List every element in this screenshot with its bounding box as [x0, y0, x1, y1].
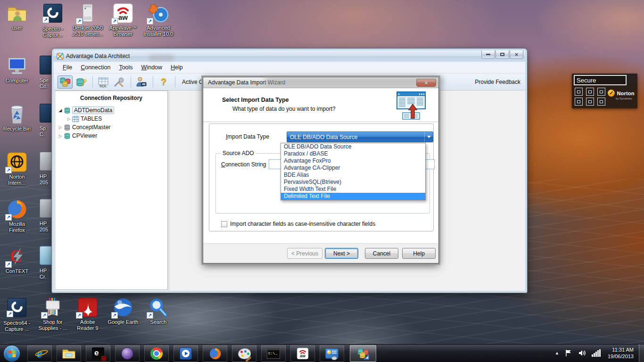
help-button[interactable]: Help: [402, 248, 436, 259]
action-center-flag-icon[interactable]: [565, 349, 572, 357]
show-desktop-button[interactable]: [639, 344, 644, 362]
taskbar-advantage-data-architect[interactable]: [350, 345, 376, 362]
minimize-button[interactable]: [481, 50, 495, 59]
desktop-icon-norton[interactable]: ↗ Norton Intern...: [0, 152, 34, 186]
desktop-icon-search[interactable]: ↗ Search: [141, 297, 175, 325]
cancel-button[interactable]: Cancel: [365, 248, 398, 259]
menu-connection[interactable]: Connection: [76, 62, 115, 73]
import-data-type-combobox[interactable]: OLE DB/ADO Data Source: [287, 132, 433, 142]
taskbar-chrome[interactable]: [144, 345, 169, 362]
context-icon: C ↗: [7, 246, 27, 267]
case-insensitive-checkbox[interactable]: [221, 221, 227, 227]
shortcut-arrow-icon: ↗: [111, 312, 118, 319]
panel-splitter[interactable]: [168, 90, 170, 291]
desktop-icon-appwave[interactable]: aw ↗ AppWave™ Browser: [106, 3, 140, 37]
taskbar-windows-explorer[interactable]: [57, 345, 81, 362]
svg-text:aw: aw: [300, 354, 305, 358]
eclipse-icon: [121, 347, 133, 360]
dropdown-option[interactable]: BDE Alias: [281, 172, 425, 179]
desktop-icon-context[interactable]: C ↗ ConTEXT: [0, 246, 34, 274]
previous-button[interactable]: < Previous: [287, 248, 322, 259]
start-button[interactable]: [3, 345, 20, 362]
appwave-icon: aw ↗: [113, 3, 133, 24]
desktop-icon-computer[interactable]: Computer: [0, 56, 34, 84]
desktop-icon-spectro[interactable]: ↗ Spectro - Captur...: [36, 3, 70, 38]
taskbar-eclipse[interactable]: [115, 345, 140, 362]
taskbar-internet-explorer[interactable]: e: [27, 345, 52, 362]
expanded-twisty-icon[interactable]: ◢: [58, 108, 63, 113]
tree-item-conceptmaster[interactable]: ▷ ConceptMaster: [55, 123, 167, 132]
dropdown-option[interactable]: Fixed Width Text File: [281, 186, 425, 193]
norton-tile[interactable]: [575, 98, 583, 106]
tree-item-adtdemodata[interactable]: ◢ ADTDemoData: [55, 106, 167, 115]
windows-flag-icon: [8, 350, 16, 357]
table-tools-button[interactable]: [112, 75, 127, 89]
dropdown-option[interactable]: OLE DB/ADO Data Source: [281, 143, 425, 150]
taskbar-media-player[interactable]: [173, 345, 198, 362]
desktop-icon-google-earth[interactable]: ↗ Google Earth: [106, 297, 140, 325]
main-window-titlebar[interactable]: Advantage Data Architect: [54, 50, 525, 62]
menu-help[interactable]: Help: [166, 62, 187, 73]
desktop-icon-spectro64[interactable]: ↗ Spectro64 - Capture ...: [0, 297, 34, 332]
norton-tile[interactable]: [597, 88, 605, 96]
collapsed-twisty-icon[interactable]: ▷: [58, 134, 63, 138]
dropdown-option[interactable]: Paradox / dBASE: [281, 150, 425, 157]
menu-tools[interactable]: Tools: [115, 62, 137, 73]
combobox-dropdown-button[interactable]: [424, 132, 433, 142]
desktop-icon-partial-2[interactable]: Sp C.: [40, 104, 52, 149]
collapsed-twisty-icon[interactable]: ▷: [58, 125, 63, 130]
dropdown-option[interactable]: PervasiveSQL(Btrieve): [281, 179, 425, 186]
help-button[interactable]: ?: [156, 75, 171, 89]
desktop-icon-partial-1[interactable]: Spe Co.: [40, 56, 52, 101]
provide-feedback-link[interactable]: Provide Feedback: [475, 79, 520, 85]
norton-secure-box[interactable]: Secure: [574, 75, 627, 85]
taskbar-appwave[interactable]: aw: [290, 345, 315, 362]
connect-database-button[interactable]: [58, 75, 73, 89]
display-settings-icon: [325, 348, 339, 359]
taskbar-command-prompt[interactable]: C:\_: [261, 345, 286, 362]
next-button[interactable]: Next >: [325, 248, 358, 259]
desktop-icon-firefox[interactable]: ↗ Mozilla Firefox: [0, 199, 34, 233]
norton-tile[interactable]: [586, 98, 594, 106]
desktop-icon-user[interactable]: user: [0, 3, 34, 31]
remote-admin-button[interactable]: [134, 75, 149, 89]
tray-clock[interactable]: 11:31 AM 19/06/2013: [608, 346, 634, 360]
taskbar-firefox[interactable]: [203, 345, 227, 362]
dropdown-option-selected[interactable]: Delimited Text File: [281, 193, 425, 200]
taskbar-paint[interactable]: [232, 345, 256, 362]
norton-logo: ✓ Norton by Symantec: [608, 89, 635, 100]
menu-bar: File Connection Tools Window Help: [54, 62, 525, 74]
dropdown-option[interactable]: Advantage FoxPro: [281, 157, 425, 165]
desktop-icon-shop-supplies[interactable]: ↗ Shop for Supplies - ...: [36, 297, 70, 331]
desktop-icon-partial-3[interactable]: HP 205: [40, 152, 52, 197]
clock-time: 11:31 AM: [608, 346, 634, 353]
taskbar-e-app[interactable]: e: [86, 345, 110, 362]
close-button[interactable]: ×: [510, 50, 523, 59]
volume-icon[interactable]: [578, 349, 586, 357]
norton-tile[interactable]: [597, 98, 605, 106]
tree-item-cpviewer[interactable]: ▷ CPViewer: [55, 132, 167, 140]
desktop-icon-recycle-bin[interactable]: Recycle Bin: [0, 104, 34, 132]
import-data-type-label: Import Data Type: [226, 133, 269, 140]
norton-tile[interactable]: [586, 88, 594, 96]
collapsed-twisty-icon[interactable]: ▷: [66, 117, 71, 121]
dropdown-option[interactable]: Advantage CA-Clipper: [281, 165, 425, 172]
desktop: user ↗ Spectro - Captur... ↗ Deskjet 205…: [0, 0, 644, 362]
network-signal-icon[interactable]: [592, 349, 601, 357]
desktop-icon-partial-4[interactable]: HP 205: [40, 199, 52, 244]
menu-window[interactable]: Window: [137, 62, 166, 73]
menu-file[interactable]: File: [58, 62, 76, 73]
desktop-icon-label: user: [0, 25, 34, 31]
sql-utility-button[interactable]: SQL: [96, 75, 111, 89]
alter-database-button[interactable]: [74, 75, 89, 89]
desktop-icon-partial-5[interactable]: HP Cr.: [40, 246, 52, 291]
maximize-button[interactable]: [495, 50, 509, 59]
taskbar-display-settings[interactable]: [320, 345, 344, 362]
desktop-icon-advanced-installer[interactable]: ↗ Advanced Installer 10.0: [141, 3, 175, 37]
desktop-icon-adobe-reader[interactable]: ↗ Adobe Reader 9: [71, 297, 105, 331]
norton-tile[interactable]: [575, 88, 583, 96]
show-hidden-icons-chevron[interactable]: ▲: [555, 351, 559, 355]
tree-item-tables[interactable]: ▷ TABLES: [55, 115, 167, 123]
desktop-icon-deskjet[interactable]: ↗ Deskjet 2050 J510 series...: [71, 3, 105, 37]
system-tray: ▲ 11:31 AM 19/06/2013: [552, 344, 637, 362]
